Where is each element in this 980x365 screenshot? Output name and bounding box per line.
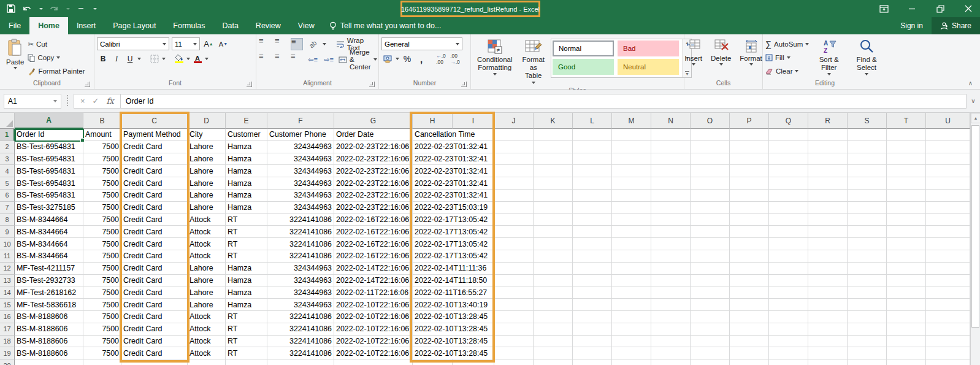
cell-C7[interactable]: Credit Card <box>121 202 188 214</box>
row-header-1[interactable]: 1 <box>0 129 15 141</box>
cell-D6[interactable]: Lahore <box>188 190 226 202</box>
cell-L10[interactable] <box>573 238 612 250</box>
cell-P15[interactable] <box>730 299 769 311</box>
column-header-n[interactable]: N <box>651 113 691 129</box>
cell-T11[interactable] <box>887 250 926 263</box>
cell-F16[interactable]: 3224141086 <box>267 311 334 323</box>
cell-E11[interactable]: RT <box>226 250 267 263</box>
cell-D9[interactable]: Attock <box>188 226 226 238</box>
cell-O20[interactable] <box>691 359 730 365</box>
cell-G4[interactable]: 2022-02-23T22:16:06 <box>334 165 413 177</box>
cell-G5[interactable]: 2022-02-23T22:16:06 <box>334 177 413 190</box>
cell-R6[interactable] <box>808 190 848 202</box>
cell-U5[interactable] <box>926 177 970 190</box>
cell-T19[interactable] <box>887 347 926 359</box>
cell-Q13[interactable] <box>769 275 808 287</box>
column-header-k[interactable]: K <box>534 113 573 129</box>
row-header-14[interactable]: 14 <box>0 286 15 299</box>
close-icon[interactable] <box>962 2 975 15</box>
tab-file[interactable]: File <box>0 17 29 34</box>
dialog-launcher-icon[interactable] <box>369 82 375 87</box>
cell-N17[interactable] <box>651 323 691 336</box>
cell-P13[interactable] <box>730 275 769 287</box>
vertical-scrollbar[interactable]: ▲ <box>970 113 980 365</box>
column-header-g[interactable]: G <box>334 113 413 129</box>
cell-G18[interactable]: 2022-02-10T22:16:06 <box>334 336 413 348</box>
cell-D8[interactable]: Attock <box>188 214 226 226</box>
cell-B13[interactable]: 7500 <box>83 275 121 287</box>
cell-P8[interactable] <box>730 214 769 226</box>
cell-C13[interactable]: Credit Card <box>121 275 188 287</box>
cell-K2[interactable] <box>534 141 573 153</box>
cell-G8[interactable]: 2022-02-16T22:16:06 <box>334 214 413 226</box>
cell-S8[interactable] <box>848 214 887 226</box>
cell-J9[interactable] <box>494 226 534 238</box>
cell-U10[interactable] <box>926 238 970 250</box>
cell-D16[interactable]: Attock <box>188 311 226 323</box>
cell-F15[interactable]: 324344963 <box>267 299 334 311</box>
cell-D3[interactable]: Lahore <box>188 153 226 166</box>
cell-K3[interactable] <box>534 153 573 166</box>
align-right-icon[interactable]: ≡ <box>291 53 303 66</box>
cell-G12[interactable]: 2022-02-14T22:16:06 <box>334 263 413 275</box>
cell-R9[interactable] <box>808 226 848 238</box>
cell-J13[interactable] <box>494 275 534 287</box>
cancel-icon[interactable]: × <box>80 96 85 106</box>
cell-E18[interactable]: RT <box>226 336 267 348</box>
cell-M9[interactable] <box>612 226 651 238</box>
cell-S20[interactable] <box>848 359 887 365</box>
cell-B9[interactable]: 7500 <box>83 226 121 238</box>
cell-U6[interactable] <box>926 190 970 202</box>
row-header-20[interactable]: 20 <box>0 359 15 365</box>
cell-P10[interactable] <box>730 238 769 250</box>
cell-T16[interactable] <box>887 311 926 323</box>
cell-J14[interactable] <box>494 286 534 299</box>
cell-B3[interactable]: 7500 <box>83 153 121 166</box>
cell-T6[interactable] <box>887 190 926 202</box>
cell-O15[interactable] <box>691 299 730 311</box>
cell-G16[interactable]: 2022-02-10T22:16:06 <box>334 311 413 323</box>
cell-K10[interactable] <box>534 238 573 250</box>
cell-B7[interactable]: 7500 <box>83 202 121 214</box>
cell-T13[interactable] <box>887 275 926 287</box>
comma-style-icon[interactable]: , <box>415 53 427 65</box>
cell-R12[interactable] <box>808 263 848 275</box>
cell-P7[interactable] <box>730 202 769 214</box>
cell-Q2[interactable] <box>769 141 808 153</box>
cell-P1[interactable] <box>730 129 769 141</box>
cell-L13[interactable] <box>573 275 612 287</box>
cell-R20[interactable] <box>808 359 848 365</box>
insert-cells-button[interactable]: Insert <box>681 36 706 68</box>
cell-M20[interactable] <box>612 359 651 365</box>
cell-U8[interactable] <box>926 214 970 226</box>
cell-K5[interactable] <box>534 177 573 190</box>
row-header-10[interactable]: 10 <box>0 238 15 250</box>
cell-K18[interactable] <box>534 336 573 348</box>
row-header-7[interactable]: 7 <box>0 202 15 214</box>
align-bottom-icon[interactable]: ≡ <box>291 38 303 50</box>
cell-L12[interactable] <box>573 263 612 275</box>
cell-Q18[interactable] <box>769 336 808 348</box>
row-header-8[interactable]: 8 <box>0 214 15 226</box>
cell-H15[interactable]: 2022-02-10T13:40:19 <box>413 299 453 311</box>
column-header-a[interactable]: A <box>15 113 83 129</box>
cell-J1[interactable] <box>494 129 534 141</box>
cell-N1[interactable] <box>651 129 691 141</box>
cell-F2[interactable]: 324344963 <box>267 141 334 153</box>
cell-B10[interactable]: 7500 <box>83 238 121 250</box>
cell-M6[interactable] <box>612 190 651 202</box>
accounting-format-icon[interactable] <box>381 53 394 65</box>
cell-Q14[interactable] <box>769 286 808 299</box>
cell-Q5[interactable] <box>769 177 808 190</box>
tab-insert[interactable]: Insert <box>68 17 104 34</box>
cell-C18[interactable]: Credit Card <box>121 336 188 348</box>
cell-C5[interactable]: Credit Card <box>121 177 188 190</box>
cell-U11[interactable] <box>926 250 970 263</box>
cell-H5[interactable]: 2022-02-23T01:32:41 <box>413 177 453 190</box>
cell-M2[interactable] <box>612 141 651 153</box>
cell-U7[interactable] <box>926 202 970 214</box>
cell-O8[interactable] <box>691 214 730 226</box>
row-header-15[interactable]: 15 <box>0 299 15 311</box>
tab-home[interactable]: Home <box>29 17 68 34</box>
cell-J19[interactable] <box>494 347 534 359</box>
